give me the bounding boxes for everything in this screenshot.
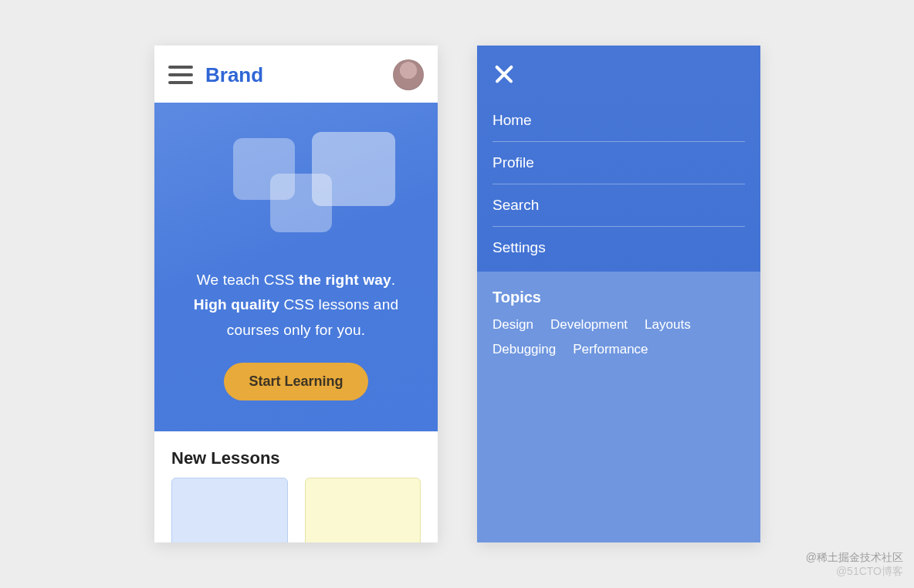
hero-illustration [212, 130, 381, 246]
lesson-card[interactable] [171, 478, 288, 542]
topic-tag-design[interactable]: Design [493, 317, 533, 333]
avatar[interactable] [393, 59, 424, 90]
watermark: @稀土掘金技术社区 [806, 551, 903, 565]
mobile-frame-menu: Home Profile Search Settings Topics Desi… [477, 46, 760, 542]
app-header: Brand [154, 46, 438, 103]
hero-text: . [391, 272, 395, 288]
lesson-card[interactable] [305, 478, 421, 542]
nav-list: Home Profile Search Settings [493, 100, 745, 272]
topic-tag-development[interactable]: Development [550, 317, 628, 333]
hero-text: We teach CSS [197, 272, 299, 288]
lessons-row [154, 478, 438, 542]
square-icon [270, 174, 332, 232]
nav-item-profile[interactable]: Profile [493, 142, 745, 184]
hero-tagline-1: We teach CSS the right way. [173, 268, 419, 292]
topic-tag-debugging[interactable]: Debugging [493, 342, 556, 357]
nav-drawer-top: Home Profile Search Settings [477, 46, 760, 272]
watermark: @51CTO博客 [836, 565, 903, 579]
hero-section: We teach CSS the right way. High quality… [154, 103, 438, 431]
nav-item-home[interactable]: Home [493, 100, 745, 142]
brand-logo[interactable]: Brand [205, 63, 263, 87]
start-learning-button[interactable]: Start Learning [224, 363, 367, 400]
topic-tags: Design Development Layouts Debugging Per… [493, 317, 745, 357]
hero-text-bold: the right way [299, 272, 391, 288]
hamburger-menu-icon[interactable] [168, 66, 193, 84]
topic-tag-layouts[interactable]: Layouts [645, 317, 691, 333]
topics-section: Topics Design Development Layouts Debugg… [477, 272, 760, 374]
close-icon[interactable] [493, 63, 516, 86]
hero-tagline-2: High quality CSS lessons and courses onl… [173, 292, 419, 343]
new-lessons-heading: New Lessons [154, 431, 438, 478]
topics-heading: Topics [493, 289, 745, 306]
nav-item-search[interactable]: Search [493, 184, 745, 227]
mobile-frame-main: Brand We teach CSS the right way. High q… [154, 46, 438, 542]
hero-text-bold: High quality [194, 296, 279, 313]
nav-item-settings[interactable]: Settings [493, 227, 745, 272]
topic-tag-performance[interactable]: Performance [573, 342, 648, 357]
